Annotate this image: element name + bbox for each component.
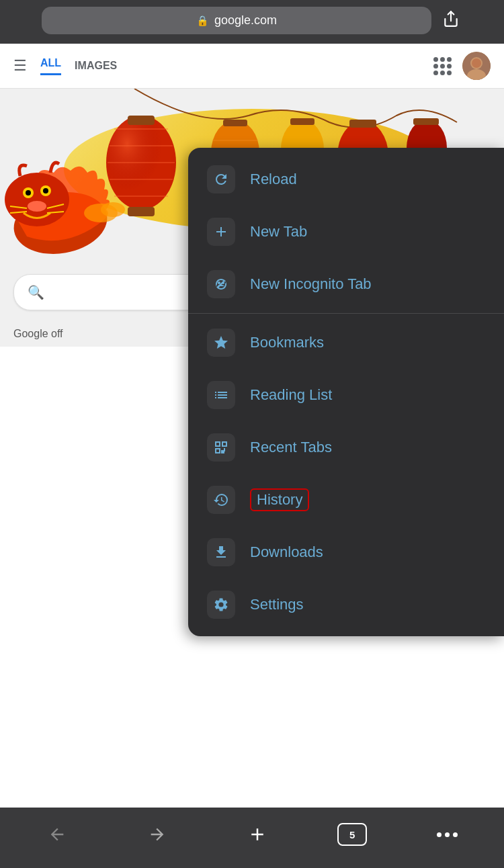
tab-all[interactable]: ALL (40, 57, 61, 75)
recent-tabs-icon-box (207, 433, 235, 462)
google-toolbar: ☰ ALL IMAGES (0, 44, 504, 89)
svg-rect-22 (290, 118, 314, 125)
download-icon (213, 544, 229, 560)
browser-content: ☰ ALL IMAGES (0, 44, 504, 347)
forward-button[interactable] (137, 818, 177, 851)
new-tab-icon-box (207, 218, 235, 246)
settings-label: Settings (250, 596, 304, 613)
svg-point-4 (472, 58, 481, 68)
svg-point-44 (218, 281, 220, 284)
history-icon (213, 492, 229, 508)
svg-rect-16 (223, 120, 247, 126)
tab-count-label: 5 (349, 829, 355, 840)
menu-item-new-tab[interactable]: New Tab (188, 206, 504, 258)
context-menu: Reload New Tab New Incognito Tab (188, 148, 504, 636)
tab-images[interactable]: IMAGES (75, 60, 117, 72)
svg-point-35 (26, 190, 31, 196)
more-button[interactable] (427, 818, 467, 851)
bookmarks-icon-box (207, 329, 235, 357)
incognito-icon (213, 276, 229, 292)
svg-rect-8 (128, 207, 155, 216)
settings-icon-box (207, 591, 235, 619)
share-button[interactable] (439, 7, 462, 34)
search-icon: 🔍 (28, 284, 44, 300)
plus-icon (213, 224, 229, 240)
star-icon (213, 335, 229, 351)
tab-count-button[interactable]: 5 (337, 823, 367, 846)
address-bar[interactable]: 🔒 google.com (42, 7, 431, 34)
svg-rect-25 (349, 120, 376, 128)
avatar[interactable] (462, 52, 491, 80)
menu-item-downloads[interactable]: Downloads (188, 526, 504, 578)
recent-tabs-icon (213, 439, 229, 455)
list-icon (213, 387, 229, 403)
bottom-toolbar: 5 (0, 808, 504, 868)
apps-grid-icon[interactable] (433, 57, 452, 75)
bookmarks-label: Bookmarks (250, 334, 324, 351)
history-icon-box (207, 486, 235, 514)
incognito-icon-box (207, 270, 235, 298)
reload-icon (213, 171, 229, 187)
incognito-label: New Incognito Tab (250, 275, 372, 293)
hamburger-icon[interactable]: ☰ (13, 57, 27, 75)
add-tab-icon (247, 824, 267, 844)
reading-list-icon-box (207, 381, 235, 409)
downloads-icon-box (207, 538, 235, 566)
toolbar-right (433, 52, 491, 80)
menu-item-reload[interactable]: Reload (188, 153, 504, 206)
menu-item-settings[interactable]: Settings (188, 578, 504, 631)
back-button[interactable] (37, 818, 77, 851)
recent-tabs-label: Recent Tabs (250, 439, 332, 456)
menu-item-incognito[interactable]: New Incognito Tab (188, 258, 504, 310)
menu-item-bookmarks[interactable]: Bookmarks (188, 316, 504, 369)
history-label: History (250, 488, 309, 511)
svg-point-43 (101, 202, 125, 217)
more-dots-icon (437, 832, 458, 837)
downloads-label: Downloads (250, 544, 323, 561)
reload-label: Reload (250, 171, 297, 188)
address-bar-container: 🔒 google.com (0, 0, 504, 44)
new-tab-label: New Tab (250, 223, 307, 241)
forward-icon (148, 825, 167, 844)
svg-point-45 (222, 281, 224, 284)
url-text: google.com (214, 13, 277, 28)
add-tab-button[interactable] (237, 818, 278, 851)
menu-divider-1 (188, 313, 504, 314)
lock-icon: 🔒 (196, 15, 209, 27)
svg-point-36 (43, 188, 48, 193)
menu-item-recent-tabs[interactable]: Recent Tabs (188, 421, 504, 474)
svg-point-37 (28, 201, 46, 212)
svg-rect-29 (413, 118, 439, 125)
gear-icon (213, 597, 229, 613)
menu-item-history[interactable]: History (188, 474, 504, 526)
menu-item-reading-list[interactable]: Reading List (188, 369, 504, 421)
back-icon (48, 825, 67, 844)
reading-list-label: Reading List (250, 386, 332, 404)
reload-icon-box (207, 165, 235, 193)
